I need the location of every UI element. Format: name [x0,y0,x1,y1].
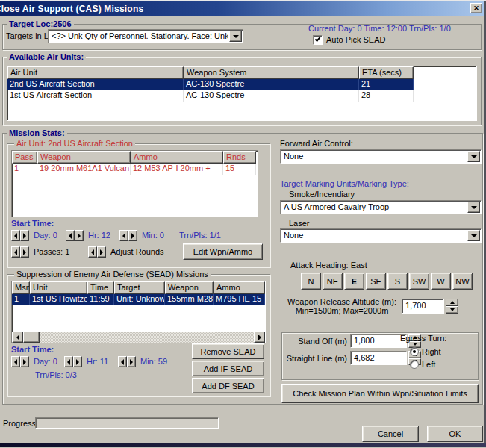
window-bottom-edge [0,443,486,447]
edit-wpn-ammo-button[interactable]: Edit Wpn/Ammo [183,243,263,260]
spin-left-button[interactable] [11,356,20,367]
heading-nw-button[interactable]: NW [452,273,473,290]
ok-button[interactable]: OK [427,426,483,442]
spin-left-button[interactable] [11,230,20,241]
weapon-release-altitude-input[interactable]: 1,700 [402,299,444,314]
heading-s-button[interactable]: S [387,273,408,290]
cancel-button[interactable]: Cancel [362,426,419,442]
smoke-incendiary-combobox[interactable]: A US Armored Cavalry Troop [280,200,482,214]
arrow-left-icon [121,359,124,365]
sead-day-spinner[interactable] [11,356,29,367]
laser-combobox[interactable]: None [280,228,482,243]
column-header-sead-weapon[interactable]: Weapon [165,281,214,294]
spin-left-button[interactable] [119,230,128,241]
spin-left-button[interactable] [11,246,20,258]
spin-right-button[interactable] [127,356,136,367]
sead-row-selected[interactable]: 1 1st US Howitzer 11:59 Unit: Unknown 15… [12,294,265,305]
target-marking-label: Target Marking Units/Marking Type: [280,179,409,188]
laser-value: None [284,231,466,240]
title-bar[interactable]: Close Air Support (CAS) Missions [0,1,484,16]
targets-in-loc-dropdown-button[interactable] [229,31,242,42]
column-header-pass[interactable]: Pass [12,151,37,164]
spin-right-button[interactable] [73,356,82,367]
arrow-down-icon [413,343,417,346]
stand-off-label: Stand Off (m) [286,337,347,346]
weapon-release-altitude-label: Weapon Release Altitude (m): Min=1500m; … [286,297,398,315]
air-unit-row-selected[interactable]: 2nd US Aircraft Section AC-130 Spectre 2… [7,79,414,90]
heading-e-button[interactable]: E [344,273,364,290]
spin-down-button[interactable] [446,306,458,314]
cas-missions-dialog: Close Air Support (CAS) Missions ✕ Targe… [0,0,486,448]
spin-left-button[interactable] [66,230,75,241]
heading-w-button[interactable]: W [431,273,451,290]
column-header-target[interactable]: Target [114,281,165,294]
egress-left-radio[interactable] [410,360,419,369]
straight-line-input[interactable]: 4,682 [350,351,407,365]
weapon-table-row[interactable]: 1 19 20mm M61A1 Vulcan C 12 M53 AP-I 20m… [12,164,258,175]
current-day-time-status: Current Day: 0 Time: 12:00 Trn/Pls: 1/0 [308,24,451,33]
add-if-sead-button[interactable]: Add IF SEAD [192,361,264,376]
stand-off-input[interactable]: 1,800 [350,334,407,348]
passes-spinner[interactable] [11,246,29,258]
cas-min-value: Min: 0 [142,231,164,240]
scroll-left-button[interactable] [12,332,23,343]
targets-in-loc-value: <?> Unk Qty of Personnel. Stationary. Fa… [52,31,228,40]
sead-subgroup-label: Suppression of Enemy Air Defense (SEAD) … [14,270,211,279]
cas-hr-spinner[interactable] [66,230,84,241]
check-mission-plan-button[interactable]: Check Mission Plan Within Wpn/Situation … [281,384,479,403]
auto-pick-sead-checkbox[interactable] [313,35,323,45]
spin-left-button[interactable] [64,356,73,367]
column-header-rnds[interactable]: Rnds [223,151,256,164]
sead-horizontal-scrollbar[interactable] [12,332,265,343]
heading-sw-button[interactable]: SW [409,273,429,290]
spin-right-button[interactable] [20,246,29,258]
arrow-left-icon [67,359,70,365]
spin-right-button[interactable] [20,230,29,241]
forward-air-control-value: None [284,152,466,161]
chevron-down-icon [471,206,477,209]
heading-ne-button[interactable]: NE [323,273,343,290]
close-button[interactable]: ✕ [470,3,482,13]
cas-day-spinner[interactable] [11,230,29,241]
chevron-down-icon [471,234,477,237]
heading-se-button[interactable]: SE [366,273,386,290]
wra-updown[interactable] [446,299,458,314]
column-header-air-unit[interactable]: Air Unit [7,66,184,79]
column-header-eta[interactable]: ETA (secs) [359,66,414,79]
air-unit-row[interactable]: 1st US Aircraft Section AC-130 Spectre 2… [7,90,414,102]
heading-n-button[interactable]: N [301,273,321,290]
column-header-msn[interactable]: Msn [12,281,30,294]
remove-sead-button[interactable]: Remove SEAD [192,343,264,359]
adjust-rounds-spinner[interactable] [88,246,106,258]
spin-right-button[interactable] [97,246,106,258]
column-header-weapon-system[interactable]: Weapon System [184,66,359,79]
arrow-right-icon [23,233,26,239]
spin-right-button[interactable] [20,356,29,367]
spin-right-button[interactable] [128,230,137,241]
egress-right-radio[interactable] [410,347,419,356]
fac-dropdown-button[interactable] [467,151,480,162]
smoke-dropdown-button[interactable] [467,202,480,213]
forward-air-control-combobox[interactable]: None [280,149,482,164]
spin-left-button[interactable] [118,356,127,367]
spin-up-button[interactable] [446,299,458,306]
column-header-time[interactable]: Time [87,281,114,294]
targets-in-loc-combobox[interactable]: <?> Unk Qty of Personnel. Stationary. Fa… [48,29,243,43]
column-header-sead-ammo[interactable]: Ammo [214,281,265,294]
sead-min-spinner[interactable] [118,356,136,367]
air-units-header-row: Air Unit Weapon System ETA (secs) [7,66,476,79]
spin-right-button[interactable] [75,230,84,241]
smoke-incendiary-value: A US Armored Cavalry Troop [284,202,466,211]
laser-dropdown-button[interactable] [467,230,480,241]
sead-hr-spinner[interactable] [64,356,82,367]
add-df-sead-button[interactable]: Add DF SEAD [192,378,264,393]
column-header-ammo[interactable]: Ammo [131,151,223,164]
scroll-right-button[interactable] [254,332,265,343]
column-header-unit[interactable]: Unit [30,281,87,294]
cas-min-spinner[interactable] [119,230,137,241]
spin-left-button[interactable] [88,246,97,258]
arrow-right-icon [23,359,26,365]
column-header-weapon[interactable]: Weapon [37,151,131,164]
scrollbar-thumb[interactable] [23,332,40,343]
scrollbar-track[interactable] [40,332,254,343]
